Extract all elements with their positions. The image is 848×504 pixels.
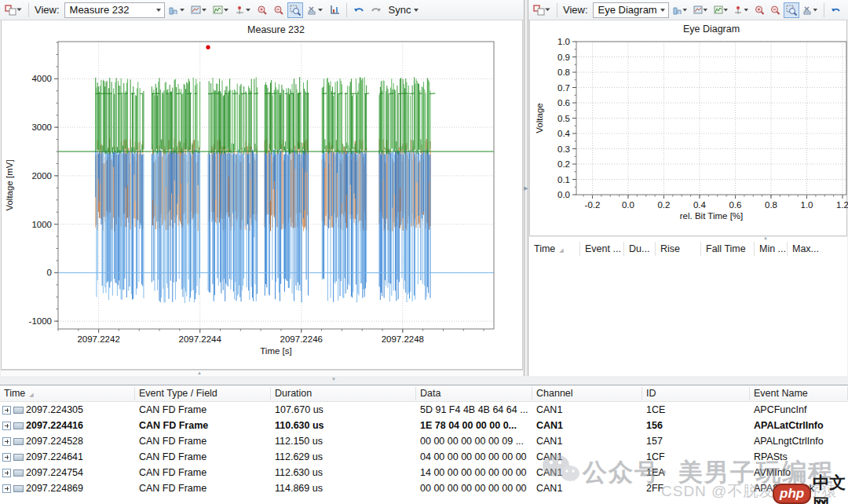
display-mode-button[interactable] xyxy=(188,2,209,18)
frame-table-column-0[interactable]: Time◢ xyxy=(0,387,135,400)
axes-setup-button[interactable] xyxy=(327,2,342,18)
chart-type-button[interactable] xyxy=(671,2,689,18)
svg-text:Measure 232: Measure 232 xyxy=(247,24,305,35)
eye-result-column-2[interactable]: Du... xyxy=(623,242,655,256)
frame-time-cell: 2097.224416 xyxy=(0,420,135,431)
svg-text:-1000: -1000 xyxy=(29,316,52,326)
sync-menu[interactable]: Sync xyxy=(386,4,422,16)
redo-icon[interactable] xyxy=(845,2,848,18)
chevron-down-icon xyxy=(156,9,161,12)
frame-duration-cell: 114.869 us xyxy=(271,483,416,494)
view-selector[interactable]: Measure 232 xyxy=(64,2,165,18)
chart-type-button[interactable] xyxy=(166,2,187,18)
eye-plot[interactable]: Eye Diagram0.00.10.20.30.40.50.60.70.80.… xyxy=(530,20,848,236)
frame-table-column-6[interactable]: Event Name xyxy=(750,387,848,400)
frame-channel-cell: CAN1 xyxy=(532,467,642,478)
eye-result-table-body xyxy=(529,259,847,376)
zoom-region-icon[interactable] xyxy=(287,2,303,18)
window-layout-button[interactable] xyxy=(531,2,553,18)
zoom-region-icon[interactable] xyxy=(784,2,799,18)
eye-result-column-0[interactable]: Time◢ xyxy=(529,242,579,256)
eye-result-column-5[interactable]: Min ... xyxy=(754,242,787,256)
pan-button[interactable] xyxy=(801,2,820,18)
measure-pane-splitter[interactable]: ▲ xyxy=(1,370,523,376)
expand-plus-icon[interactable] xyxy=(2,453,11,462)
window-layout-button[interactable] xyxy=(2,2,24,18)
toolbar-separator xyxy=(346,3,347,17)
redo-icon[interactable] xyxy=(368,2,384,18)
measure-cursor-button[interactable] xyxy=(732,2,751,18)
undo-icon[interactable] xyxy=(828,2,843,18)
frame-id-cell: 1EA xyxy=(642,467,750,478)
expand-plus-icon[interactable] xyxy=(2,422,11,430)
svg-text:Voltage [mV]: Voltage [mV] xyxy=(5,159,14,210)
selected-frame-marker xyxy=(206,46,210,49)
measure-toolbar: View: Measure 232 xyxy=(0,0,524,20)
frame-event-name-cell: RPASts xyxy=(750,451,848,462)
frame-type-cell: CAN FD Frame xyxy=(135,420,271,431)
table-row[interactable]: 2097.224416CAN FD Frame110.630 us1E 78 0… xyxy=(0,418,848,433)
zoom-in-icon[interactable] xyxy=(254,2,269,18)
collapse-up-icon[interactable]: ▲ xyxy=(197,371,202,375)
eye-result-column-4[interactable]: Fall Time xyxy=(700,242,754,256)
signal-config-button[interactable] xyxy=(210,2,231,18)
table-row[interactable]: 2097.224754CAN FD Frame112.630 us14 00 0… xyxy=(0,465,848,480)
table-row[interactable]: 2097.224305CAN FD Frame107.670 us5D 91 F… xyxy=(0,402,848,418)
svg-text:0.3: 0.3 xyxy=(557,144,570,154)
frame-time-cell: 2097.224305 xyxy=(0,404,135,415)
chevron-down-icon xyxy=(414,9,419,12)
view-selector[interactable]: Eye Diagram xyxy=(593,2,669,18)
frame-table-column-3[interactable]: Data xyxy=(416,387,532,400)
frame-id-cell: 2FF xyxy=(642,483,750,494)
toolbar-separator xyxy=(28,3,29,17)
frame-type-cell: CAN FD Frame xyxy=(135,451,271,462)
table-row[interactable]: 2097.224528CAN FD Frame112.150 us00 00 0… xyxy=(0,433,848,449)
svg-text:2000: 2000 xyxy=(31,171,52,181)
measure-cursor-button[interactable] xyxy=(232,2,253,18)
eye-result-column-3[interactable]: Rise Time xyxy=(655,242,700,256)
measure-chart[interactable]: Measure 232-1000010002000300040002097.22… xyxy=(1,20,523,370)
frame-data-cell: 14 00 00 00 00 00 00 00 xyxy=(416,467,532,478)
frame-id-cell: 1CF xyxy=(642,451,750,462)
frame-time: 2097.224754 xyxy=(26,467,83,478)
display-mode-button[interactable] xyxy=(691,2,710,18)
frame-icon xyxy=(13,469,24,477)
undo-icon[interactable] xyxy=(351,2,367,18)
frame-table-column-4[interactable]: Channel xyxy=(532,387,642,400)
table-row[interactable]: 2097.224641CAN FD Frame112.629 us04 00 0… xyxy=(0,449,848,465)
expand-plus-icon[interactable] xyxy=(2,437,11,446)
expand-plus-icon[interactable] xyxy=(2,469,11,477)
svg-text:0.4: 0.4 xyxy=(693,200,707,210)
toolbar-separator xyxy=(557,3,557,17)
zoom-out-icon[interactable] xyxy=(271,2,286,18)
collapse-up-icon[interactable]: ▲ xyxy=(763,236,768,240)
frame-duration-cell: 110.630 us xyxy=(271,420,416,431)
frame-duration-cell: 112.630 us xyxy=(271,467,416,478)
frame-table-column-5[interactable]: ID xyxy=(642,387,750,400)
frame-icon xyxy=(13,485,24,492)
table-row[interactable]: 2097.224869CAN FD Frame114.869 us00 00 0… xyxy=(0,480,848,496)
zoom-out-icon[interactable] xyxy=(768,2,782,18)
frame-id-cell: 1CE xyxy=(642,404,750,415)
sort-icon: ◢ xyxy=(559,247,563,253)
expand-plus-icon[interactable] xyxy=(2,406,11,415)
frame-table-header: Time◢Event Type / FieldDurationDataChann… xyxy=(0,385,848,402)
frame-time-cell: 2097.224641 xyxy=(0,451,135,462)
zoom-in-icon[interactable] xyxy=(752,2,766,18)
pan-button[interactable] xyxy=(305,2,325,18)
scope-plot[interactable]: Measure 232-1000010002000300040002097.22… xyxy=(2,20,525,369)
frame-channel-cell: CAN1 xyxy=(532,451,642,462)
eye-result-column-6[interactable]: Max... xyxy=(787,242,847,256)
collapse-down-icon[interactable]: ▼ xyxy=(331,377,336,382)
signal-config-button[interactable] xyxy=(711,2,730,18)
frame-table-column-1[interactable]: Event Type / Field xyxy=(135,387,271,400)
eye-result-table-header: Time◢Event ...Du...Rise TimeFall TimeMin… xyxy=(529,239,847,259)
horizontal-splitter[interactable]: ▼ xyxy=(0,376,848,385)
expand-plus-icon[interactable] xyxy=(2,484,11,493)
frame-event-name-cell: APCFuncInf xyxy=(750,404,848,415)
frame-table-column-2[interactable]: Duration xyxy=(271,387,416,400)
eye-result-column-1[interactable]: Event ... xyxy=(579,242,623,256)
eye-diagram-chart[interactable]: Eye Diagram0.00.10.20.30.40.50.60.70.80.… xyxy=(529,20,847,236)
frame-duration-cell: 112.150 us xyxy=(271,436,416,447)
svg-text:1000: 1000 xyxy=(31,220,52,229)
